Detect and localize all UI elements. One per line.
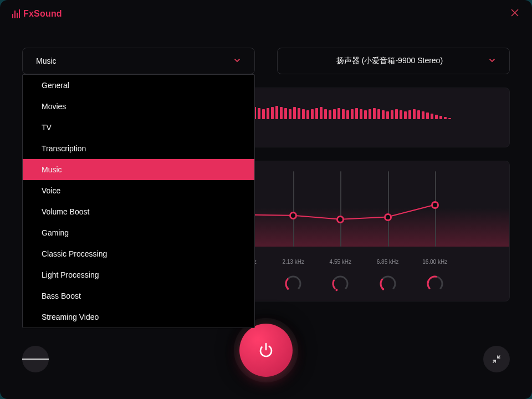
chevron-down-icon <box>488 57 496 66</box>
spectrum-bar <box>382 110 385 119</box>
preset-select[interactable]: Music <box>22 48 255 74</box>
svg-point-20 <box>335 288 338 291</box>
spectrum-bar <box>431 114 433 119</box>
eq-slider-handle[interactable] <box>336 216 344 223</box>
spectrum-bar <box>315 108 318 119</box>
eq-freq-label: 16.00 kHz <box>422 259 447 265</box>
output-selected-label: 扬声器 (小爱音箱-9900 Stereo) <box>291 56 488 66</box>
spectrum-bar <box>275 106 278 119</box>
preset-option[interactable]: General <box>23 75 254 96</box>
spectrum-bar <box>271 107 274 119</box>
spectrum-bar <box>439 116 442 119</box>
spectrum-bar <box>400 110 402 119</box>
eq-freq-label: 4.55 kHz <box>330 259 351 265</box>
spectrum-bar <box>364 110 367 119</box>
spectrum-bar <box>329 110 331 119</box>
power-button[interactable] <box>239 324 293 377</box>
power-icon <box>257 341 275 360</box>
spectrum-bar <box>435 115 438 119</box>
spectrum-bar <box>351 109 354 119</box>
spectrum-bar <box>355 108 358 119</box>
spectrum-bar <box>337 108 340 119</box>
preset-option[interactable]: Bass Boost <box>23 285 254 306</box>
preset-dropdown-menu: GeneralMoviesTVTranscriptionMusicVoiceVo… <box>22 74 255 328</box>
eq-balance-knob[interactable] <box>378 274 397 293</box>
spectrum-bar <box>395 109 398 119</box>
spectrum-bar <box>448 118 451 119</box>
eq-balance-knob[interactable] <box>331 274 350 293</box>
app-window: FxSound Music 扬声器 (小爱音箱-9900 Stereo) 110… <box>0 0 532 399</box>
eq-slider-handle[interactable] <box>289 212 297 219</box>
preset-option[interactable]: Light Processing <box>23 264 254 285</box>
spectrum-bar <box>369 109 371 119</box>
menu-button[interactable] <box>22 346 49 372</box>
preset-option[interactable]: Volume Boost <box>23 201 254 222</box>
spectrum-bar <box>333 109 336 119</box>
spectrum-bar <box>413 109 416 119</box>
spectrum-bar <box>342 109 345 119</box>
spectrum-bar <box>444 117 447 119</box>
preset-option[interactable]: Classic Processing <box>23 243 254 264</box>
spectrum-bar <box>293 107 296 119</box>
eq-slider-track <box>340 171 341 247</box>
eq-slider-handle[interactable] <box>431 201 439 209</box>
eq-balance-knob[interactable] <box>426 274 444 293</box>
chevron-down-icon <box>233 57 241 66</box>
spectrum-bar <box>311 109 314 119</box>
title-bar: FxSound <box>0 0 532 28</box>
spectrum-bar <box>320 107 323 119</box>
eq-slider-track <box>293 171 294 247</box>
brand-name: FxSound <box>23 9 62 19</box>
spectrum-bar <box>298 108 300 119</box>
spectrum-bar <box>386 111 389 119</box>
brand-logo: FxSound <box>12 9 62 19</box>
spectrum-bar <box>284 108 287 119</box>
spectrum-bar <box>426 112 429 119</box>
eq-slider-track <box>435 171 436 247</box>
compact-view-button[interactable] <box>483 346 510 372</box>
hamburger-icon <box>22 359 31 360</box>
preset-option[interactable]: Streaming Video <box>23 306 254 328</box>
preset-selected-label: Music <box>36 57 57 65</box>
eq-freq-label: 2.13 kHz <box>282 259 304 265</box>
spectrum-bar <box>417 110 420 119</box>
spectrum-bar <box>373 108 376 119</box>
spectrum-bar <box>404 111 407 119</box>
eq-freq-label: 6.85 kHz <box>377 259 398 265</box>
close-button[interactable] <box>510 8 520 20</box>
eq-balance-knob[interactable] <box>284 274 303 293</box>
spectrum-bar <box>258 108 260 119</box>
preset-option[interactable]: Voice <box>23 180 254 201</box>
spectrum-bar <box>422 111 424 119</box>
eq-slider-handle[interactable] <box>384 213 392 221</box>
preset-option[interactable]: Transcription <box>23 138 254 159</box>
spectrum-bar <box>391 110 393 119</box>
equalizer-bars-icon <box>12 9 20 18</box>
top-selects-row: Music 扬声器 (小爱音箱-9900 Stereo) <box>22 48 510 74</box>
collapse-icon <box>492 355 501 364</box>
preset-option[interactable]: Gaming <box>23 222 254 243</box>
spectrum-bar <box>306 110 309 119</box>
spectrum-bar <box>289 109 291 119</box>
output-device-select[interactable]: 扬声器 (小爱音箱-9900 Stereo) <box>277 48 510 74</box>
preset-option[interactable]: Movies <box>23 96 254 117</box>
close-icon <box>510 8 520 18</box>
spectrum-bar <box>324 109 327 119</box>
spectrum-bar <box>408 110 411 119</box>
spectrum-bar <box>360 109 362 119</box>
preset-option[interactable]: TV <box>23 117 254 138</box>
spectrum-bar <box>377 109 380 119</box>
spectrum-bar <box>267 108 269 119</box>
spectrum-bar <box>280 107 283 119</box>
spectrum-bar <box>302 109 305 119</box>
spectrum-bar <box>262 109 265 119</box>
preset-option[interactable]: Music <box>23 159 254 180</box>
spectrum-bar <box>346 110 349 119</box>
eq-slider-track <box>388 171 389 247</box>
